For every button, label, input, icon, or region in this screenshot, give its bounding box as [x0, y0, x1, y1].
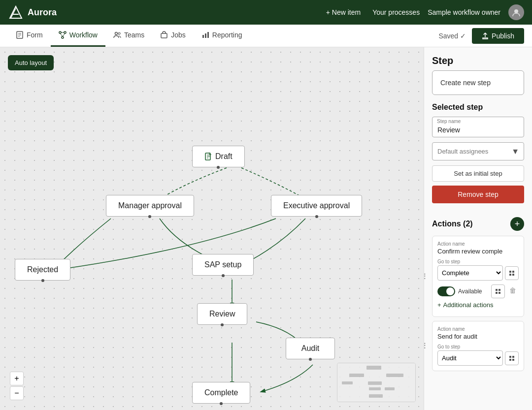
subnav-item-workflow[interactable]: Workflow — [51, 25, 105, 47]
svg-rect-38 — [509, 359, 511, 361]
svg-rect-13 — [161, 33, 167, 38]
add-action-button[interactable]: + — [510, 217, 524, 231]
additional-actions-button-1[interactable]: + Additional actions — [437, 298, 519, 312]
go-to-step-select-1[interactable]: Complete — [437, 265, 503, 281]
subnav-item-form[interactable]: Form — [8, 25, 51, 47]
node-dot-complete — [220, 402, 223, 405]
node-rejected[interactable]: Rejected — [15, 259, 70, 281]
step-name-group: Step name — [432, 117, 524, 137]
svg-rect-27 — [369, 394, 383, 398]
main-content: Auto layout — [0, 47, 532, 410]
sub-nav: Form Workflow Teams Jobs Reporting Saved… — [0, 25, 532, 47]
subnav-right: Saved ✓ Publish — [438, 25, 524, 47]
svg-rect-26 — [385, 387, 395, 390]
action-settings-btn-2[interactable] — [505, 351, 519, 365]
avatar[interactable] — [508, 4, 524, 20]
delete-action-1-button[interactable]: 🗑 — [507, 284, 519, 296]
node-dot-rejected — [41, 279, 44, 282]
zoom-controls: + − — [10, 372, 24, 400]
action-name-value-1: Confirm review comple — [437, 248, 519, 255]
create-step-button[interactable]: Create new step — [432, 70, 524, 95]
node-draft-label: Draft — [215, 152, 233, 161]
node-review[interactable]: Review — [197, 303, 247, 325]
your-processes-button[interactable]: Your processes — [372, 8, 420, 16]
publish-label: Publish — [492, 32, 514, 40]
node-complete-label: Complete — [204, 388, 238, 397]
additional-actions-label-1: Additional actions — [443, 301, 494, 309]
right-panel: Step Create new step Selected step Step … — [424, 47, 532, 410]
go-to-step-label-1: Go to step — [437, 259, 519, 264]
node-executive-label: Executive approval — [283, 201, 350, 210]
go-to-step-label-2: Go to step — [437, 344, 519, 349]
step-section-title: Step — [432, 55, 524, 66]
subnav-item-reporting[interactable]: Reporting — [194, 25, 250, 47]
svg-point-6 — [64, 32, 66, 33]
svg-rect-34 — [496, 292, 498, 294]
checkmark-icon: ✓ — [460, 32, 466, 40]
svg-point-7 — [62, 36, 64, 38]
action-name-value-2: Send for audit — [437, 333, 519, 340]
svg-rect-36 — [509, 356, 511, 358]
workflow-canvas[interactable]: Auto layout — [0, 47, 424, 410]
auto-layout-button[interactable]: Auto layout — [8, 55, 54, 70]
selected-step-title: Selected step — [432, 103, 524, 112]
saved-indicator: Saved ✓ — [438, 32, 466, 40]
selected-step-section: Selected step Step name Default assignee… — [432, 103, 524, 209]
app-logo: Aurora — [8, 4, 57, 20]
svg-rect-25 — [369, 387, 381, 390]
workflow-icon — [59, 31, 66, 39]
minimap — [337, 363, 416, 402]
zoom-out-button[interactable]: − — [10, 386, 24, 400]
jobs-icon — [160, 31, 168, 39]
svg-rect-15 — [205, 33, 206, 38]
default-assignees-select[interactable]: Default assignees — [432, 142, 524, 160]
actions-title: Actions (2) — [432, 220, 473, 228]
svg-rect-29 — [512, 271, 514, 273]
drag-handle-2[interactable]: ⠿ — [424, 342, 427, 351]
jobs-label: Jobs — [171, 31, 186, 39]
svg-rect-39 — [512, 359, 514, 361]
svg-rect-37 — [512, 356, 514, 358]
node-dot-review — [221, 323, 224, 326]
set-initial-step-button[interactable]: Set as initial step — [432, 165, 524, 182]
svg-point-0 — [514, 9, 518, 13]
node-rejected-label: Rejected — [27, 265, 58, 274]
node-manager[interactable]: Manager approval — [106, 195, 194, 217]
zoom-in-button[interactable]: + — [10, 372, 24, 385]
remove-step-button[interactable]: Remove step — [432, 186, 524, 203]
svg-point-5 — [59, 32, 61, 33]
node-draft[interactable]: Draft — [192, 146, 245, 167]
workflow-label: Workflow — [69, 31, 98, 39]
node-complete[interactable]: Complete — [192, 382, 250, 404]
form-icon — [16, 31, 24, 39]
action-card-2: ⠿ Action name Send for audit Go to step … — [432, 321, 524, 371]
available-toggle-1[interactable] — [437, 286, 455, 296]
drag-handle-1[interactable]: ⠿ — [424, 272, 427, 281]
new-item-button[interactable]: + New item — [322, 6, 365, 18]
go-to-step-row-2: Audit — [437, 350, 519, 366]
top-nav: Aurora + New item Your processes Sample … — [0, 0, 532, 25]
action-grid-btn-1[interactable] — [491, 284, 505, 298]
saved-label: Saved — [438, 32, 458, 40]
publish-button[interactable]: Publish — [472, 28, 524, 44]
action-settings-btn-1[interactable] — [505, 266, 519, 280]
minimap-content — [337, 363, 415, 402]
action-name-label-2: Action name — [437, 326, 519, 332]
node-sap[interactable]: SAP setup — [192, 254, 254, 276]
svg-rect-21 — [349, 374, 364, 377]
subnav-item-jobs[interactable]: Jobs — [152, 25, 194, 47]
grid-icon-1 — [509, 270, 515, 276]
step-section: Step Create new step — [432, 55, 524, 95]
node-dot-sap — [222, 274, 225, 277]
teams-label: Teams — [124, 31, 144, 39]
node-dot-draft — [217, 166, 220, 169]
node-audit[interactable]: Audit — [286, 338, 335, 359]
svg-rect-28 — [509, 271, 511, 273]
svg-rect-32 — [496, 289, 498, 291]
node-sap-label: SAP setup — [204, 260, 241, 269]
reporting-label: Reporting — [212, 31, 242, 39]
node-executive[interactable]: Executive approval — [271, 195, 362, 217]
svg-rect-33 — [499, 289, 500, 291]
subnav-item-teams[interactable]: Teams — [105, 25, 152, 47]
go-to-step-select-2[interactable]: Audit — [437, 350, 503, 366]
